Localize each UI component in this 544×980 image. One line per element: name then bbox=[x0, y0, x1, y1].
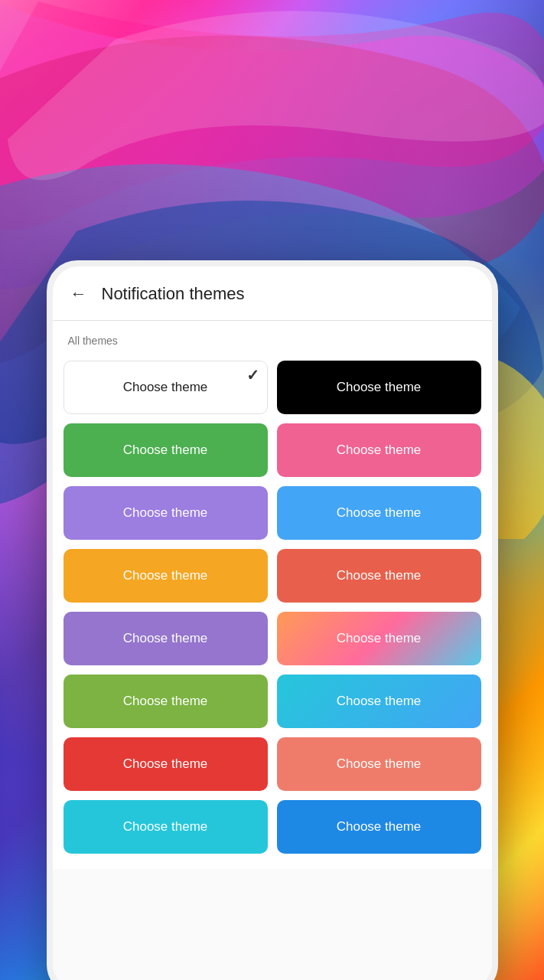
page-title: Notification themes bbox=[102, 284, 245, 304]
theme-label: Choose theme bbox=[123, 568, 208, 583]
app-header: ← Notification themes bbox=[53, 266, 492, 321]
theme-item-purple[interactable]: Choose theme bbox=[64, 486, 268, 540]
theme-item-orange-red[interactable]: Choose theme bbox=[277, 549, 481, 603]
theme-label: Choose theme bbox=[337, 631, 422, 646]
theme-label: Choose theme bbox=[123, 819, 208, 835]
theme-label: Choose theme bbox=[337, 819, 422, 835]
theme-item-black[interactable]: Choose theme bbox=[277, 361, 481, 414]
theme-item-gradient-orange[interactable]: Choose theme bbox=[277, 612, 481, 665]
theme-item-yellow[interactable]: Choose theme bbox=[64, 549, 268, 603]
theme-item-lavender[interactable]: Choose theme bbox=[64, 612, 268, 665]
theme-label: Choose theme bbox=[123, 756, 208, 772]
theme-label: Choose theme bbox=[123, 505, 208, 521]
theme-item-red[interactable]: Choose theme bbox=[64, 737, 268, 791]
theme-label: Choose theme bbox=[337, 505, 422, 521]
theme-label: Choose theme bbox=[123, 380, 208, 395]
themes-grid: ✓Choose themeChoose themeChoose themeCho… bbox=[53, 354, 492, 869]
theme-item-lime[interactable]: Choose theme bbox=[64, 675, 268, 728]
theme-item-salmon[interactable]: Choose theme bbox=[277, 737, 481, 791]
theme-label: Choose theme bbox=[337, 443, 422, 458]
theme-item-cyan[interactable]: Choose theme bbox=[64, 800, 268, 854]
theme-label: Choose theme bbox=[337, 756, 422, 772]
theme-item-blue2[interactable]: Choose theme bbox=[277, 800, 481, 854]
section-label: All themes bbox=[53, 321, 492, 354]
theme-label: Choose theme bbox=[337, 694, 422, 709]
back-button[interactable]: ← bbox=[65, 280, 93, 308]
theme-label: Choose theme bbox=[123, 631, 208, 646]
theme-label: Choose theme bbox=[123, 694, 208, 709]
theme-item-blue[interactable]: Choose theme bbox=[277, 486, 481, 540]
theme-item-pink[interactable]: Choose theme bbox=[277, 423, 481, 477]
checkmark-icon: ✓ bbox=[246, 366, 259, 384]
back-arrow-icon: ← bbox=[70, 284, 87, 304]
theme-item-green[interactable]: Choose theme bbox=[64, 423, 268, 477]
theme-label: Choose theme bbox=[123, 443, 208, 458]
phone-frame: ← Notification themes All themes ✓Choose… bbox=[47, 260, 498, 980]
themes-content[interactable]: All themes ✓Choose themeChoose themeChoo… bbox=[53, 321, 492, 980]
theme-item-white[interactable]: ✓Choose theme bbox=[64, 361, 268, 414]
phone-screen: ← Notification themes All themes ✓Choose… bbox=[53, 266, 492, 980]
theme-label: Choose theme bbox=[337, 380, 422, 395]
theme-label: Choose theme bbox=[337, 568, 422, 583]
theme-item-teal[interactable]: Choose theme bbox=[277, 675, 481, 728]
